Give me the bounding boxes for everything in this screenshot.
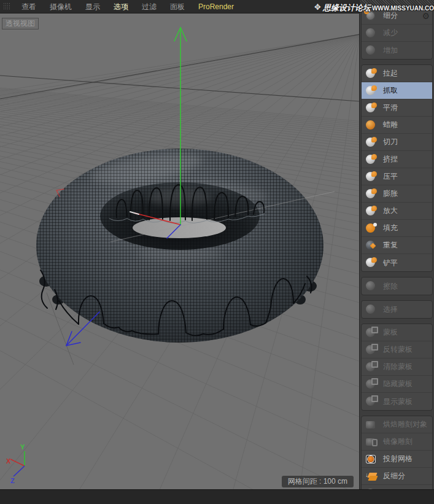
subdivide-icon [365, 10, 378, 22]
tool-groups: 细分⚙减少增加拉起抓取平滑蜡雕切刀挤捏压平膨胀放大填充重复铲平擦除选择蒙板反转蒙… [360, 7, 434, 489]
tool-smooth[interactable]: 平滑 [362, 99, 432, 117]
reduce-icon [365, 27, 378, 39]
smooth-icon [365, 102, 378, 114]
tool-label: 切刀 [383, 137, 398, 147]
tool-label: 显示蒙板 [383, 397, 413, 407]
tool-invert-mask: 反转蒙板 [362, 341, 432, 359]
menu-item-filter[interactable]: 过滤 [135, 2, 163, 11]
palette-drag-handle[interactable] [360, 0, 434, 6]
tool-subdivide[interactable]: 细分⚙ [362, 7, 432, 25]
clear-mask-icon [365, 361, 378, 373]
tool-bake-sculpt-object: 烘焙雕刻对象 [362, 416, 432, 433]
tool-label: 投射网格 [383, 454, 413, 464]
tool-flatten[interactable]: 压平 [362, 168, 432, 185]
tool-label: 擦除 [383, 281, 398, 292]
flatten-icon [365, 171, 378, 183]
tool-group-2: 拉起抓取平滑蜡雕切刀挤捏压平膨胀放大填充重复铲平 [361, 64, 433, 272]
viewport[interactable]: Y X Z 透视视图 网格间距 : 100 cm [0, 14, 359, 489]
tool-wax[interactable]: 蜡雕 [362, 117, 432, 134]
tool-repeat[interactable]: 重复 [362, 237, 432, 254]
axis-label-x: X [6, 457, 11, 465]
tool-pinch[interactable]: 挤捏 [362, 151, 432, 168]
axis-label-z: Z [10, 477, 15, 484]
tool-knife[interactable]: 切刀 [362, 134, 432, 151]
tool-grab[interactable]: 抓取 [362, 82, 432, 99]
tool-label: 重复 [383, 240, 398, 250]
tool-pull[interactable]: 拉起 [362, 65, 432, 82]
tool-label: 反细分 [383, 471, 405, 481]
tool-label: 蜡雕 [383, 120, 398, 130]
tool-label: 填充 [383, 223, 398, 233]
tool-label: 抓取 [383, 85, 398, 96]
tool-label: 减少 [383, 28, 398, 38]
tool-label: 蒙板 [383, 327, 398, 338]
tool-mirror-sculpt: 镜像雕刻 [362, 433, 432, 451]
viewport-pane: 查看摄像机显示选项过滤面板ProRender [0, 0, 359, 489]
menu-item-prorender[interactable]: ProRender [192, 2, 241, 11]
tool-group-6: 烘焙雕刻对象镜像雕刻投射网格↓反细分 [361, 416, 433, 489]
tool-label: 拉起 [383, 68, 398, 79]
tool-label: 铲平 [383, 258, 398, 268]
tool-label: 增加 [383, 45, 398, 56]
amplify-icon [365, 205, 378, 217]
tool-erase: 擦除 [362, 277, 432, 295]
tool-project-mesh[interactable]: 投射网格 [362, 451, 432, 468]
repeat-icon [365, 239, 378, 252]
tool-mask: 蒙板 [362, 324, 432, 341]
menu-item-options[interactable]: 选项 [107, 2, 135, 11]
tool-label: 清除蒙板 [383, 362, 413, 372]
tool-label: 膨胀 [383, 188, 398, 199]
invert-mask-icon [365, 344, 378, 356]
menu-items: 查看摄像机显示选项过滤面板ProRender [15, 0, 241, 14]
pull-icon [365, 68, 378, 80]
view-label: 透视视图 [2, 18, 39, 29]
tool-show-mask: 显示蒙板 [362, 393, 432, 410]
menu-item-view[interactable]: 查看 [15, 2, 43, 11]
viewport-canvas[interactable]: Y X Z [0, 14, 359, 489]
bake-icon [365, 419, 378, 431]
tool-label: 选择 [383, 304, 398, 315]
viewport-menu-bar: 查看摄像机显示选项过滤面板ProRender [0, 0, 359, 14]
select-icon [365, 303, 378, 316]
grab-icon [365, 85, 378, 97]
tool-group-4: 选择 [361, 300, 433, 319]
tool-hide-mask: 隐藏蒙板 [362, 376, 432, 393]
tool-amplify[interactable]: 放大 [362, 203, 432, 220]
menu-item-camera[interactable]: 摄像机 [43, 2, 79, 11]
hide-mask-icon [365, 378, 378, 390]
tool-label: 放大 [383, 206, 398, 216]
tool-label: 挤捏 [383, 154, 398, 165]
increase-icon [365, 44, 378, 56]
scrape-icon [365, 257, 378, 269]
status-bar [0, 489, 434, 504]
tool-reduce: 减少 [362, 25, 432, 42]
tool-unsubdivide[interactable]: ↓反细分 [362, 468, 432, 485]
tool-label: 隐藏蒙板 [383, 379, 413, 389]
tool-group-1: 细分⚙减少增加 [361, 7, 433, 60]
menu-item-panel[interactable]: 面板 [163, 2, 192, 11]
knife-icon [365, 136, 378, 149]
tool-fill[interactable]: 填充 [362, 220, 432, 237]
mirror-icon [365, 436, 378, 448]
unsub-icon: ↓ [365, 470, 378, 483]
erase-icon [365, 280, 378, 292]
tool-select: 选择 [362, 301, 432, 318]
menu-item-display[interactable]: 显示 [79, 2, 107, 11]
menu-grip-icon[interactable] [3, 2, 11, 10]
tool-scrape[interactable]: 铲平 [362, 254, 432, 271]
cinema4d-sculpt-window: 查看摄像机显示选项过滤面板ProRender [0, 0, 434, 504]
sculpt-tool-palette: 细分⚙减少增加拉起抓取平滑蜡雕切刀挤捏压平膨胀放大填充重复铲平擦除选择蒙板反转蒙… [359, 0, 434, 489]
tool-group-5: 蒙板反转蒙板清除蒙板隐藏蒙板显示蒙板 [361, 324, 433, 411]
fill-icon [365, 222, 378, 235]
tool-clear-mask: 清除蒙板 [362, 359, 432, 376]
tool-settings-gear-icon[interactable]: ⚙ [422, 12, 430, 20]
axis-label-y: Y [20, 443, 25, 451]
project-icon [365, 453, 378, 465]
tool-inflate[interactable]: 膨胀 [362, 185, 432, 203]
wax-icon [365, 119, 378, 131]
mask-icon [365, 327, 378, 339]
tool-increase: 增加 [362, 42, 432, 59]
tool-label: 细分 [383, 10, 398, 21]
tool-label: 压平 [383, 171, 398, 182]
tool-partial-cropped-tool [362, 485, 432, 489]
